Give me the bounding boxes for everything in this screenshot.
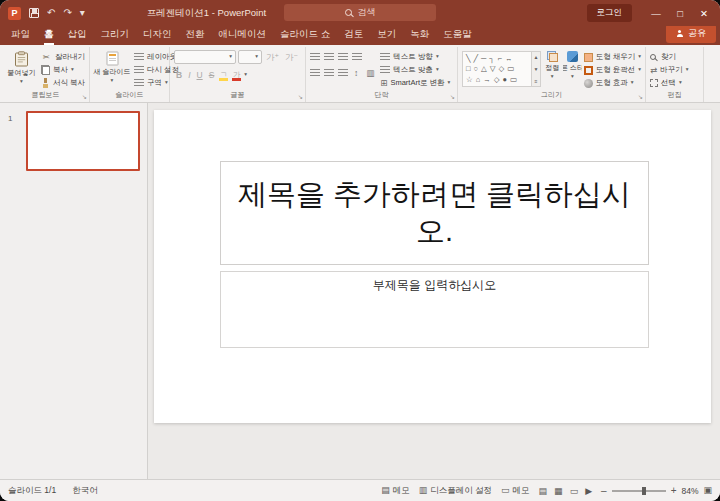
numbering-icon[interactable]: [324, 53, 334, 61]
slide-sorter-view-icon[interactable]: ▦: [554, 486, 563, 496]
comments-label: 메모: [513, 485, 530, 497]
tab-view[interactable]: 보기: [370, 26, 403, 45]
window-title: 프레젠테이션1 - PowerPoint: [147, 7, 266, 20]
tab-record[interactable]: 녹화: [403, 26, 436, 45]
gallery-more-icon[interactable]: ≡: [535, 78, 538, 84]
shapes-gallery-scroll[interactable]: ▲ ▼ ≡: [532, 51, 541, 87]
normal-view-icon[interactable]: ▤: [539, 486, 548, 496]
convert-to-smartart-button[interactable]: ⊞ SmartArt로 변환 ▾: [380, 77, 450, 89]
shapes-row: ☆⌂→◇●▭: [466, 76, 528, 84]
font-name-combobox[interactable]: ▾: [174, 50, 236, 64]
view-switcher: ▤ ▦ ▭ ▶: [539, 486, 592, 496]
comments-button[interactable]: ▭ 메모: [501, 485, 530, 497]
tab-file[interactable]: 파일: [4, 26, 37, 45]
redo-icon[interactable]: ↷: [63, 8, 71, 18]
paragraph-dialog-launcher-icon[interactable]: ↘: [450, 94, 455, 100]
align-right-icon[interactable]: [338, 69, 348, 77]
section-icon: [134, 79, 144, 87]
strikethrough-button[interactable]: S: [207, 71, 217, 80]
text-direction-caret-icon: ▾: [436, 54, 439, 60]
gallery-up-icon[interactable]: ▲: [534, 54, 539, 60]
increase-indent-icon[interactable]: [352, 53, 362, 61]
language-button[interactable]: 한국어: [72, 485, 98, 497]
comments-icon: ▭: [501, 486, 510, 495]
line-spacing-icon[interactable]: ↕: [352, 69, 360, 78]
font-color-button[interactable]: 가: [231, 70, 242, 81]
underline-button[interactable]: U: [195, 71, 205, 80]
format-painter-button[interactable]: 서식 복사: [41, 77, 85, 89]
bold-button[interactable]: B: [174, 71, 184, 80]
bullets-icon[interactable]: [310, 53, 320, 61]
shape-effects-button[interactable]: 도형 효과 ▾: [584, 77, 641, 89]
cut-button[interactable]: ✂ 잘라내기: [41, 51, 85, 63]
columns-icon[interactable]: ▥: [364, 69, 376, 78]
shape-outline-button[interactable]: 도형 윤곽선 ▾: [584, 64, 641, 76]
shape-fill-button[interactable]: 도형 채우기 ▾: [584, 51, 641, 63]
replace-button[interactable]: ⇄ 바꾸기 ▾: [650, 64, 688, 76]
decrease-indent-icon[interactable]: [338, 53, 348, 61]
share-button[interactable]: 공유: [666, 24, 716, 43]
slide-thumbnail[interactable]: [26, 111, 140, 171]
text-highlight-color-button[interactable]: ㄱ: [218, 70, 229, 81]
subtitle-placeholder[interactable]: 부제목을 입력하십시오: [220, 271, 649, 348]
font-size-combobox[interactable]: ▾: [238, 50, 262, 64]
notes-label: 메모: [393, 485, 410, 497]
search-label: 검색: [358, 6, 376, 19]
new-slide-button[interactable]: 새 슬라이드 ▾: [94, 49, 130, 89]
gallery-down-icon[interactable]: ▼: [534, 66, 539, 72]
tab-insert[interactable]: 삽입: [61, 26, 94, 45]
arrange-button[interactable]: 정렬 ▾: [543, 49, 561, 89]
align-text-icon: [380, 66, 390, 74]
paste-button[interactable]: 붙여넣기 ▾: [6, 49, 37, 89]
align-left-icon[interactable]: [310, 69, 320, 77]
font-color-caret-icon[interactable]: ▾: [244, 72, 247, 78]
copy-button[interactable]: 복사 ▾: [41, 64, 85, 76]
maximize-button[interactable]: □: [668, 0, 692, 26]
group-label-editing: 편집: [646, 90, 703, 100]
clipboard-dialog-launcher-icon[interactable]: ↘: [82, 94, 87, 100]
save-icon[interactable]: [29, 8, 39, 18]
tab-home[interactable]: 홈: [37, 26, 61, 45]
drawing-dialog-launcher-icon[interactable]: ↘: [638, 94, 643, 100]
font-size-caret-icon: ▾: [255, 54, 258, 60]
login-button[interactable]: 로그인: [587, 4, 633, 22]
tab-draw[interactable]: 그리기: [94, 26, 137, 45]
close-button[interactable]: ✕: [692, 0, 716, 26]
zoom-slider[interactable]: [612, 490, 666, 492]
search-box[interactable]: 검색: [284, 4, 436, 21]
tab-transitions[interactable]: 전환: [179, 26, 212, 45]
zoom-level[interactable]: 84%: [681, 486, 698, 496]
tab-animations[interactable]: 애니메이션: [212, 26, 274, 45]
align-text-button[interactable]: 텍스트 맞춤 ▾: [380, 64, 450, 76]
tab-review[interactable]: 검토: [337, 26, 370, 45]
shape-fill-caret-icon: ▾: [638, 54, 641, 60]
select-caret-icon: ▾: [679, 80, 682, 86]
shapes-gallery[interactable]: ╲╱─┐⌐↔ □○△▽◇▭ ☆⌂→◇●▭: [462, 51, 532, 87]
zoom-out-button[interactable]: –: [601, 486, 607, 496]
group-font: ▾ ▾ 가⁺ 가⁻ B I U S ㄱ 가 ▾ 글꼴 ↘: [170, 47, 306, 102]
customize-qat-caret-icon[interactable]: ▾: [80, 8, 85, 18]
tab-slideshow[interactable]: 슬라이드 쇼: [273, 26, 337, 45]
display-settings-button[interactable]: ▥ 디스플레이 설정: [419, 485, 492, 497]
slideshow-view-icon[interactable]: ▶: [585, 486, 592, 496]
align-center-icon[interactable]: [324, 69, 334, 77]
tab-help[interactable]: 도움말: [436, 26, 479, 45]
italic-button[interactable]: I: [186, 71, 192, 80]
reading-view-icon[interactable]: ▭: [570, 486, 579, 496]
select-button[interactable]: 선택 ▾: [650, 77, 688, 89]
text-direction-button[interactable]: 텍스트 방향 ▾: [380, 51, 450, 63]
title-placeholder[interactable]: 제목을 추가하려면 클릭하십시오.: [220, 161, 649, 265]
font-dialog-launcher-icon[interactable]: ↘: [298, 94, 303, 100]
slide[interactable]: 제목을 추가하려면 클릭하십시오. 부제목을 입력하십시오: [154, 110, 711, 423]
quick-styles-button[interactable]: 빠른 스타일 ▾: [563, 49, 581, 89]
tab-design[interactable]: 디자인: [136, 26, 179, 45]
find-button[interactable]: 찾기: [650, 51, 688, 63]
notes-button[interactable]: ▤ 메모: [381, 485, 410, 497]
zoom-slider-thumb[interactable]: [642, 487, 646, 495]
grow-font-button[interactable]: 가⁺: [264, 53, 281, 62]
minimize-button[interactable]: —: [644, 0, 668, 26]
fit-to-window-icon[interactable]: ▣: [703, 486, 712, 495]
undo-icon[interactable]: ↶: [47, 8, 55, 18]
shrink-font-button[interactable]: 가⁻: [283, 53, 300, 62]
zoom-in-button[interactable]: +: [671, 486, 677, 496]
